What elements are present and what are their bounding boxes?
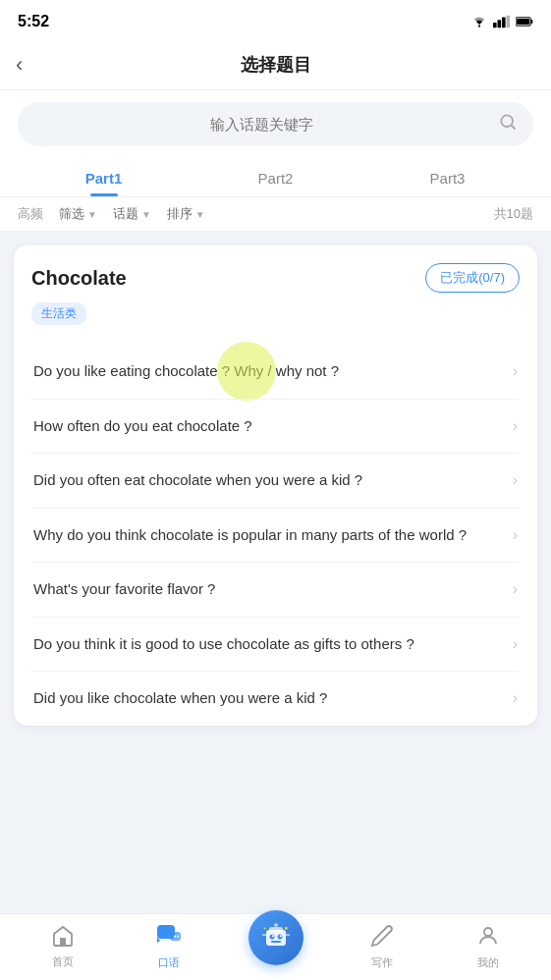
- filter-total: 共10题: [494, 205, 533, 223]
- svg-point-20: [271, 935, 273, 937]
- question-item[interactable]: Do you think it is good to use chocolate…: [31, 617, 520, 672]
- question-text: Do you like eating chocolate ? Why / why…: [33, 360, 513, 383]
- complete-badge[interactable]: 已完成(0/7): [425, 263, 520, 293]
- status-bar: 5:52: [0, 0, 551, 39]
- tab-part1[interactable]: Part1: [18, 158, 190, 196]
- svg-rect-10: [60, 938, 66, 946]
- filter-screen-arrow: ▼: [87, 209, 97, 220]
- svg-rect-15: [266, 930, 286, 946]
- svg-point-14: [177, 936, 179, 938]
- svg-point-19: [277, 934, 282, 939]
- filter-sort[interactable]: 排序 ▼: [167, 205, 205, 223]
- search-box: [18, 102, 533, 146]
- wifi-icon: [470, 15, 488, 28]
- bottom-nav: 首页 口语: [0, 913, 551, 980]
- question-item[interactable]: Did you like chocolate when you were a k…: [31, 671, 520, 726]
- nav-mine[interactable]: 我的: [435, 918, 541, 976]
- back-button[interactable]: ‹: [16, 52, 23, 78]
- nav-speaking-label: 口语: [158, 955, 180, 970]
- question-item[interactable]: How often do you eat chocolate ? ›: [31, 399, 520, 454]
- nav-mine-label: 我的: [477, 955, 499, 970]
- nav-writing[interactable]: 写作: [329, 918, 435, 976]
- mine-icon: [476, 924, 500, 952]
- svg-point-18: [269, 934, 274, 939]
- chevron-right-icon: ›: [513, 417, 518, 435]
- question-item[interactable]: Do you like eating chocolate ? Why / why…: [31, 345, 520, 399]
- svg-point-13: [174, 936, 176, 938]
- nav-home-label: 首页: [52, 954, 74, 969]
- svg-point-8: [501, 115, 513, 127]
- nav-ai[interactable]: ★ ✦: [222, 930, 328, 965]
- question-list: Do you like eating chocolate ? Why / why…: [31, 345, 520, 726]
- svg-rect-6: [531, 20, 533, 24]
- ai-circle: ★ ✦: [248, 910, 303, 965]
- question-item[interactable]: Did you often eat chocolate when you wer…: [31, 453, 520, 508]
- chevron-right-icon: ›: [513, 689, 518, 707]
- status-time: 5:52: [18, 13, 49, 30]
- svg-rect-22: [271, 941, 281, 943]
- tab-part3[interactable]: Part3: [361, 158, 533, 196]
- battery-icon: [516, 15, 533, 28]
- filter-bar: 高频 筛选 ▼ 话题 ▼ 排序 ▼ 共10题: [0, 197, 551, 232]
- tab-part2[interactable]: Part2: [190, 158, 361, 196]
- svg-rect-7: [517, 19, 529, 25]
- svg-point-27: [484, 928, 492, 936]
- svg-text:★: ★: [284, 925, 289, 931]
- question-text: Did you like chocolate when you were a k…: [33, 687, 513, 710]
- svg-text:✦: ✦: [263, 926, 267, 931]
- topic-title: Chocolate: [31, 267, 127, 290]
- filter-screen[interactable]: 筛选 ▼: [59, 205, 97, 223]
- ai-robot-icon: ★ ✦: [258, 920, 294, 955]
- writing-icon: [370, 924, 394, 952]
- nav-writing-label: 写作: [371, 955, 393, 970]
- tab-bar: Part1 Part2 Part3: [0, 158, 551, 197]
- home-icon: [51, 925, 75, 951]
- question-text: Did you often eat chocolate when you wer…: [33, 469, 513, 492]
- svg-rect-16: [269, 927, 283, 932]
- filter-highfreq[interactable]: 高频: [18, 205, 43, 223]
- svg-point-21: [279, 935, 281, 937]
- speaking-icon: [156, 924, 182, 952]
- svg-rect-4: [507, 16, 511, 28]
- svg-point-17: [274, 923, 278, 927]
- question-text: Do you think it is good to use chocolate…: [33, 633, 513, 656]
- topic-tag: 生活类: [31, 302, 86, 325]
- chevron-right-icon: ›: [513, 471, 518, 489]
- status-icons: [470, 15, 533, 28]
- chevron-right-icon: ›: [513, 635, 518, 653]
- main-content: Chocolate 已完成(0/7) 生活类 Do you like eatin…: [0, 232, 551, 804]
- filter-topic-arrow: ▼: [141, 209, 151, 220]
- nav-speaking[interactable]: 口语: [116, 918, 222, 976]
- svg-rect-1: [493, 23, 497, 27]
- chevron-right-icon: ›: [513, 362, 518, 380]
- chevron-right-icon: ›: [513, 580, 518, 598]
- question-text: Why do you think chocolate is popular in…: [33, 524, 513, 547]
- question-item[interactable]: Why do you think chocolate is popular in…: [31, 508, 520, 563]
- topic-card: Chocolate 已完成(0/7) 生活类 Do you like eatin…: [14, 245, 537, 726]
- search-icon: [498, 112, 518, 136]
- svg-rect-3: [502, 18, 506, 28]
- page-header: ‹ 选择题目: [0, 39, 551, 90]
- topic-header: Chocolate 已完成(0/7): [31, 263, 520, 293]
- svg-point-0: [478, 25, 480, 27]
- search-input[interactable]: [33, 116, 490, 133]
- filter-topic[interactable]: 话题 ▼: [113, 205, 151, 223]
- question-text: How often do you eat chocolate ?: [33, 415, 513, 438]
- svg-line-9: [512, 126, 516, 130]
- search-area: [0, 90, 551, 158]
- question-text: What's your favorite flavor ?: [33, 578, 513, 601]
- question-item[interactable]: What's your favorite flavor ? ›: [31, 562, 520, 617]
- filter-sort-arrow: ▼: [195, 209, 205, 220]
- nav-home[interactable]: 首页: [10, 919, 116, 975]
- signal-icon: [493, 15, 511, 28]
- chevron-right-icon: ›: [513, 526, 518, 544]
- page-title: 选择题目: [241, 53, 311, 77]
- svg-rect-2: [498, 20, 502, 27]
